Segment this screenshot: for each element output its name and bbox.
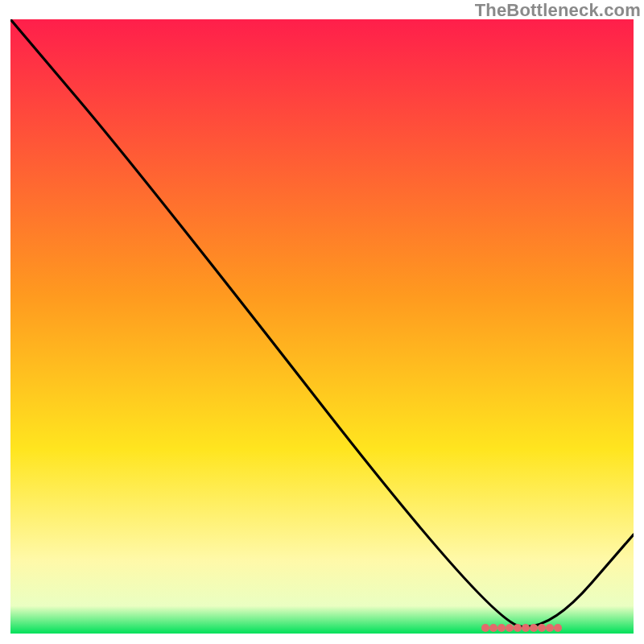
optimal-zone-dot xyxy=(554,624,562,632)
bottleneck-curve xyxy=(10,19,634,627)
optimal-zone-marker xyxy=(481,624,562,632)
watermark-label: TheBottleneck.com xyxy=(475,0,641,21)
plot-area xyxy=(10,19,634,634)
curve-and-marker-layer xyxy=(10,19,634,634)
optimal-zone-dot xyxy=(497,624,506,632)
optimal-zone-dot xyxy=(538,624,546,632)
optimal-zone-dot xyxy=(546,624,554,632)
chart-container: TheBottleneck.com xyxy=(0,0,644,644)
optimal-zone-dot xyxy=(530,624,538,632)
optimal-zone-dot xyxy=(481,624,489,632)
optimal-zone-dot xyxy=(506,624,514,632)
optimal-zone-dot xyxy=(514,624,522,632)
optimal-zone-dot xyxy=(489,624,497,632)
optimal-zone-dot xyxy=(522,624,530,632)
